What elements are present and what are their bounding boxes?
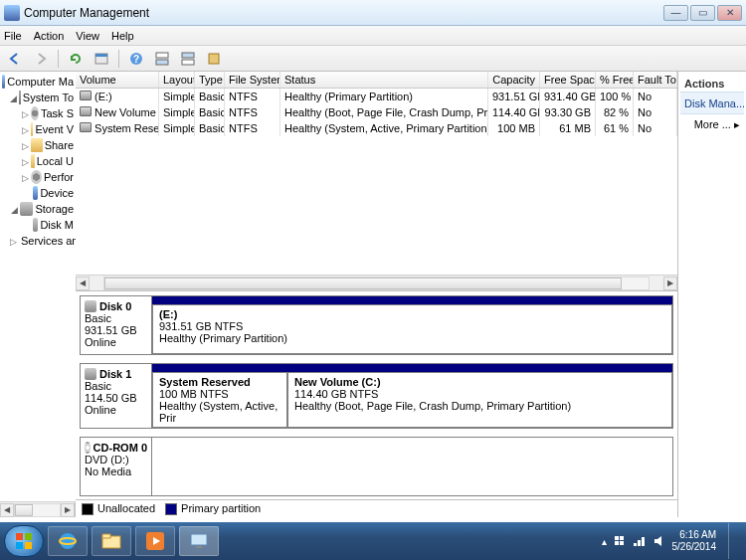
- scroll-track[interactable]: [103, 277, 650, 290]
- partition[interactable]: System Reserved100 MB NTFSHealthy (Syste…: [152, 364, 287, 428]
- menu-view[interactable]: View: [76, 30, 99, 42]
- scroll-thumb[interactable]: [15, 504, 33, 516]
- disk-info[interactable]: CD-ROM 0DVD (D:)No Media: [81, 438, 152, 495]
- menu-help[interactable]: Help: [111, 30, 134, 42]
- svg-rect-16: [102, 534, 110, 538]
- maximize-button[interactable]: ▭: [690, 5, 715, 21]
- svg-rect-24: [634, 543, 637, 546]
- expand-icon[interactable]: ◢: [10, 205, 18, 214]
- scroll-left-button[interactable]: ◀: [76, 277, 90, 290]
- start-button[interactable]: [4, 525, 44, 557]
- tree-storage[interactable]: ◢Storage: [0, 201, 76, 217]
- expand-icon[interactable]: ▷: [22, 173, 29, 182]
- tree-hscrollbar[interactable]: ◀ ▶: [0, 501, 75, 517]
- partition[interactable]: (E:)931.51 GB NTFSHealthy (Primary Parti…: [152, 296, 672, 354]
- nav-tree[interactable]: Computer Ma ◢System To ▷Task S ▷Event V …: [0, 72, 76, 501]
- forward-button[interactable]: [30, 48, 52, 70]
- properties-button[interactable]: [91, 48, 112, 70]
- perf-icon: [31, 170, 42, 184]
- disk-row: CD-ROM 0DVD (D:)No Media: [80, 437, 673, 496]
- col-type[interactable]: Type: [195, 72, 225, 88]
- clock[interactable]: 6:16 AM 5/26/2014: [672, 529, 717, 553]
- actions-more-label: More ...: [694, 118, 731, 130]
- svg-rect-8: [209, 54, 219, 64]
- tree-label: Local U: [37, 155, 74, 167]
- tree-system-tools[interactable]: ◢System To: [0, 90, 76, 105]
- help-button[interactable]: ?: [125, 48, 147, 70]
- tree-label: Services an: [21, 235, 76, 247]
- col-layout[interactable]: Layout: [159, 72, 195, 88]
- expand-icon[interactable]: ▷: [22, 157, 29, 166]
- taskbar-explorer[interactable]: [92, 526, 131, 556]
- primary-swatch: [165, 503, 177, 515]
- actions-more[interactable]: More ... ▸: [680, 114, 744, 135]
- scroll-right-button[interactable]: ▶: [61, 503, 75, 517]
- tree-root[interactable]: Computer Ma: [0, 74, 76, 90]
- computer-icon: [2, 75, 5, 89]
- taskbar-compmgmt[interactable]: [179, 526, 219, 556]
- toolbar-separator: [58, 50, 59, 68]
- volume-hscrollbar[interactable]: ◀ ▶: [76, 275, 677, 290]
- menubar: File Action View Help: [0, 26, 746, 46]
- scroll-right-button[interactable]: ▶: [663, 277, 677, 290]
- col-capacity[interactable]: Capacity: [488, 72, 540, 88]
- col-volume[interactable]: Volume: [76, 72, 159, 88]
- network-icon[interactable]: [633, 534, 647, 548]
- tree-local-users[interactable]: ▷Local U: [0, 153, 76, 169]
- disk-info[interactable]: Disk 0Basic931.51 GBOnline: [81, 296, 152, 354]
- col-faulttol[interactable]: Fault Tol: [634, 72, 677, 88]
- disk-icon: [85, 368, 96, 380]
- show-desktop-button[interactable]: [728, 523, 738, 559]
- svg-rect-20: [615, 536, 619, 540]
- drive-icon: [80, 122, 92, 132]
- clock-icon: [31, 106, 39, 120]
- back-button[interactable]: [4, 48, 26, 70]
- taskbar-ie[interactable]: [48, 526, 88, 556]
- settings-button[interactable]: [203, 48, 225, 70]
- tree-task-scheduler[interactable]: ▷Task S: [0, 105, 76, 121]
- volume-row[interactable]: New Volume (C:)SimpleBasicNTFSHealthy (B…: [76, 104, 677, 120]
- partition[interactable]: New Volume (C:)114.40 GB NTFSHealthy (Bo…: [287, 364, 672, 428]
- col-freespace[interactable]: Free Space: [540, 72, 596, 88]
- actions-pane: Actions Disk Mana...▴ More ... ▸: [678, 72, 746, 517]
- expand-icon[interactable]: ◢: [10, 93, 17, 102]
- actions-disk-management[interactable]: Disk Mana...▴: [680, 92, 744, 114]
- volume-icon[interactable]: [653, 534, 666, 548]
- tree-device-manager[interactable]: Device: [0, 185, 76, 201]
- scroll-track[interactable]: [14, 503, 61, 517]
- menu-action[interactable]: Action: [34, 30, 65, 42]
- tree-services[interactable]: ▷Services an: [0, 233, 76, 249]
- tree-label: Perfor: [44, 171, 74, 183]
- expand-icon[interactable]: ▷: [22, 141, 29, 150]
- tray-show-hidden-icon[interactable]: ▴: [602, 536, 607, 547]
- col-pctfree[interactable]: % Free: [596, 72, 634, 88]
- volume-row[interactable]: (E:)SimpleBasicNTFSHealthy (Primary Part…: [76, 89, 677, 104]
- close-button[interactable]: ✕: [717, 5, 742, 21]
- refresh-button[interactable]: [65, 48, 87, 70]
- view-top-button[interactable]: [151, 48, 173, 70]
- view-bottom-button[interactable]: [177, 48, 199, 70]
- scroll-thumb[interactable]: [104, 278, 622, 289]
- tree-performance[interactable]: ▷Perfor: [0, 169, 76, 185]
- folder-icon: [31, 138, 42, 152]
- taskbar-mediaplayer[interactable]: [135, 526, 175, 556]
- menu-file[interactable]: File: [4, 30, 22, 42]
- windows-logo-icon: [13, 530, 35, 552]
- scroll-left-button[interactable]: ◀: [0, 503, 14, 517]
- tree-event-viewer[interactable]: ▷Event V: [0, 121, 76, 137]
- disk-info[interactable]: Disk 1Basic114.50 GBOnline: [81, 364, 152, 428]
- flag-icon[interactable]: [613, 534, 627, 548]
- expand-icon[interactable]: ▷: [22, 109, 29, 118]
- legend-unallocated: Unallocated: [82, 502, 155, 515]
- tree-disk-management[interactable]: Disk M: [0, 217, 76, 233]
- col-status[interactable]: Status: [280, 72, 488, 88]
- minimize-button[interactable]: —: [663, 5, 688, 21]
- tree-shared-folders[interactable]: ▷Share: [0, 137, 76, 153]
- volume-rows: (E:)SimpleBasicNTFSHealthy (Primary Part…: [76, 89, 677, 275]
- expand-icon[interactable]: ▷: [22, 125, 29, 134]
- volume-row[interactable]: System ReservedSimpleBasicNTFSHealthy (S…: [76, 120, 677, 136]
- expand-icon[interactable]: ▷: [10, 237, 17, 246]
- toolbar-separator: [118, 50, 119, 68]
- legend: Unallocated Primary partition: [76, 499, 677, 517]
- col-filesystem[interactable]: File System: [225, 72, 280, 88]
